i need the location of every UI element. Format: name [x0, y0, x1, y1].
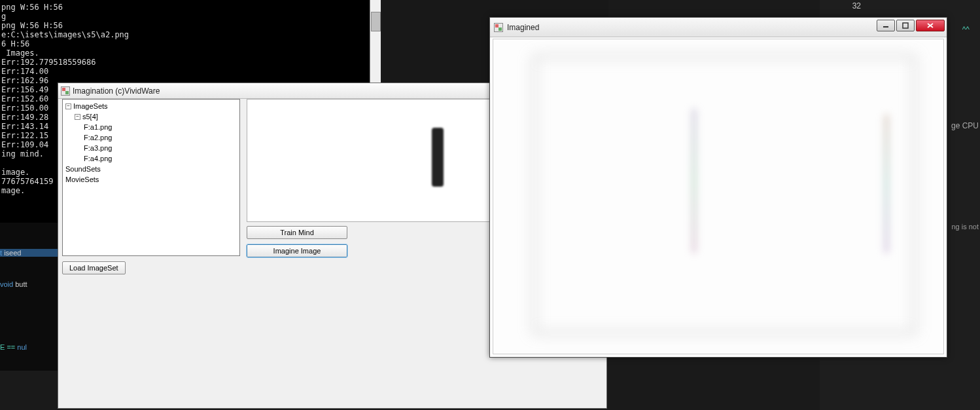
maximize-icon: [902, 22, 909, 29]
preview-image: [432, 128, 444, 187]
tree-node-soundsets[interactable]: SoundSets: [65, 164, 238, 174]
tree-node-imagesets[interactable]: − ImageSets: [65, 101, 238, 111]
tree-label: s5[4]: [82, 111, 98, 122]
tree-label: SoundSets: [65, 164, 101, 174]
cpu-label: ge CPU: [951, 121, 979, 130]
imageset-tree[interactable]: − ImageSets − s5[4] F:a1.png F:a2.png: [62, 99, 240, 256]
line-number: 32: [852, 1, 861, 10]
generated-image-artifact: [691, 109, 697, 253]
tree-label: ImageSets: [73, 101, 108, 111]
code-kw: void: [0, 280, 15, 288]
code-ident: butt: [15, 280, 27, 288]
imagined-title: Imagined: [507, 23, 539, 32]
tree-file-a3[interactable]: F:a3.png: [84, 143, 238, 153]
collapse-icon[interactable]: −: [75, 114, 80, 120]
close-icon: [926, 22, 934, 29]
code-kw: nul: [17, 343, 27, 351]
code-editor-snippet: t iseed void butt E == nul onsole.W retu…: [0, 223, 58, 371]
scrollbar-thumb[interactable]: [371, 12, 381, 31]
tree-label: F:a3.png: [84, 143, 112, 153]
ng-text: ng is not: [951, 223, 979, 231]
code-ident: iseed: [4, 249, 21, 257]
app-icon: [61, 86, 70, 96]
minimize-button[interactable]: [877, 20, 895, 31]
tree-label: F:a4.png: [84, 153, 112, 164]
tree-label: MovieSets: [65, 174, 99, 185]
tree-file-a1[interactable]: F:a1.png: [84, 122, 238, 132]
tree-label: F:a2.png: [84, 132, 112, 143]
close-button[interactable]: [916, 20, 945, 31]
imagine-image-button[interactable]: Imagine Image: [247, 244, 347, 257]
app-icon: [494, 23, 503, 32]
window-controls: [877, 20, 945, 31]
generated-image-artifact: [884, 115, 889, 253]
tree-node-s5[interactable]: − s5[4]: [75, 111, 238, 122]
imagination-title: Imagination (c)VividWare: [73, 86, 160, 96]
collapse-icon[interactable]: −: [65, 103, 71, 109]
tree-node-moviesets[interactable]: MovieSets: [65, 174, 238, 185]
imagined-window: Imagined: [489, 17, 947, 358]
tree-file-a2[interactable]: F:a2.png: [84, 132, 238, 143]
train-mind-button[interactable]: Train Mind: [247, 226, 347, 239]
caret-marks: ^^: [962, 25, 970, 34]
tree-label: F:a1.png: [84, 122, 112, 132]
load-imageset-button[interactable]: Load ImageSet: [62, 261, 126, 274]
imagined-canvas: [493, 39, 944, 354]
generated-image-outline: [531, 54, 917, 335]
imagined-titlebar[interactable]: Imagined: [490, 18, 947, 37]
svg-rect-1: [903, 23, 908, 28]
console-scrollbar[interactable]: [370, 0, 381, 95]
minimize-icon: [883, 22, 889, 29]
maximize-button[interactable]: [896, 20, 915, 31]
code-expr: E ==: [0, 343, 17, 351]
tree-file-a4[interactable]: F:a4.png: [84, 153, 238, 164]
